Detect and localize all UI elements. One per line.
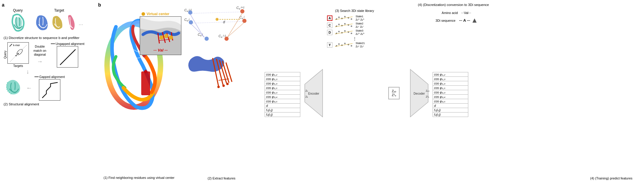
gapped-label: Gapped alignment: [34, 75, 65, 79]
svg-point-90: [344, 43, 346, 44]
svg-point-39: [205, 37, 209, 41]
svg-point-74: [338, 24, 340, 25]
svg-point-80: [336, 33, 337, 34]
svg-line-93: [335, 43, 353, 46]
right-feature-row: f₂(i-j): [433, 112, 468, 117]
state-scatter-1: [334, 22, 354, 29]
state-item-0: AState1Z₀ᴬ Z₁ᴬ: [327, 15, 382, 21]
orange-circle-icon: [141, 12, 145, 16]
step1-label: (1) Discretize structure to sequence b a…: [4, 35, 96, 40]
svg-point-81: [338, 31, 340, 32]
feature-row: cos φ₁,₂: [265, 72, 300, 77]
right-feature-row: d: [433, 104, 468, 108]
arrow-left-1: ←: [26, 85, 32, 91]
step2-label: (2) Structural alignment: [4, 102, 96, 106]
amino-acid-row: Amino acid ···Val···: [397, 10, 516, 16]
feature-row: f₁(i-j): [265, 108, 300, 112]
svg-point-66: [336, 18, 337, 20]
feature-row: d: [265, 104, 300, 108]
svg-point-76: [344, 23, 346, 25]
decoder-area: Decoder Zₐ₀ Z¹ₐ: [406, 0, 433, 186]
state-scatter-2: [334, 29, 354, 36]
svg-text:i-1: i-1: [223, 34, 226, 37]
virtual-center-row: Virtual center: [141, 12, 169, 16]
svg-point-69: [344, 16, 346, 18]
svg-point-38: [189, 20, 193, 24]
training-label: (4) (Training) predict features: [585, 176, 638, 180]
svg-line-58: [227, 79, 229, 79]
kmer-indicator: k-mer: [9, 44, 20, 47]
panel-a-label: a: [2, 2, 4, 8]
svg-point-61: [226, 83, 229, 85]
svg-point-2: [15, 55, 17, 56]
calpha-svg: C α j-1 C α j C α i+1 C α i d C α: [178, 3, 265, 152]
state-letter-2: D: [327, 30, 332, 35]
svg-line-86: [335, 31, 353, 34]
svg-point-87: [336, 45, 337, 47]
val-inset-label: ··· Val ···: [153, 48, 168, 52]
svg-text:C: C: [184, 8, 187, 12]
panel-a: a Query Target: [0, 0, 98, 186]
svg-point-60: [222, 85, 225, 87]
svg-point-44: [216, 18, 219, 21]
feature-row: cos φ₃,₅: [265, 99, 300, 104]
svg-line-45: [190, 14, 204, 37]
svg-text:C: C: [236, 6, 239, 10]
discretization-label: (4) (Discretization) conversion to 3Di s…: [349, 3, 557, 7]
svg-point-88: [338, 43, 340, 45]
virtual-center-label: Virtual center: [147, 12, 169, 16]
state-boxes: AState1Z₀ᴬ Z₁ᴬCState2Z₀ᶜ Z₁ᶜDState3Z₀ᴰ Z…: [327, 15, 382, 48]
state-letter-1: C: [327, 23, 332, 28]
main-container: a Query Target: [0, 0, 644, 186]
state-label-4: State21Z₀ʸ Z₁ʸ: [356, 42, 365, 48]
svg-text:α: α: [221, 36, 222, 38]
svg-point-41: [242, 19, 246, 23]
feature-row: cos φ₁,₄: [265, 81, 300, 86]
svg-text:C: C: [184, 18, 187, 21]
structural-align-protein: [4, 78, 24, 98]
dotplot-1: k-mer: [7, 42, 29, 64]
svg-point-15: [164, 34, 168, 38]
right-feature-table-area: (4) (Discretization) conversion to 3Di s…: [433, 0, 468, 186]
ellipsis: …: [78, 21, 83, 26]
svg-point-83: [344, 30, 346, 32]
svg-text:α: α: [200, 34, 202, 37]
state-library-area: (3) Search 3Di state library AState1Z₀ᴬ …: [327, 0, 382, 186]
calpha-area: C α j-1 C α j C α i+1 C α i d C α: [178, 0, 265, 186]
feature-table: cos φ₁,₂cos φ₁,₃cos φ₁,₄cos φ₁,₅cos φ₂,₃…: [265, 72, 300, 117]
svg-line-57: [223, 79, 227, 80]
query-structure: Query: [9, 8, 27, 33]
protein-structure-area: ··· Val ··· Virtual center (1) Find neig…: [98, 0, 181, 186]
output-z-box: Zₐ₀ Z¹ₐ: [388, 87, 400, 99]
arrow-up-icon: [472, 18, 477, 23]
dotplot-gapped-svg: [39, 79, 61, 101]
svg-text:α: α: [187, 10, 188, 12]
amino-3di-labels: Amino acid ···Val··· 3Di sequence ··· A …: [397, 10, 516, 24]
feature-row: cos φ₂,₃: [265, 90, 300, 95]
query-protein-svg: [9, 14, 27, 33]
right-feature-row: cos φ₃,₅: [433, 99, 468, 104]
state-label-2: State3Z₀ᴰ Z₁ᴰ: [356, 29, 365, 36]
svg-point-40: [240, 9, 244, 13]
dotplot-ungapped-svg: [57, 46, 78, 68]
right-feature-row: cos φ₁,₄: [433, 81, 468, 86]
svg-point-71: [351, 18, 352, 20]
decoder-svg: Decoder Zₐ₀ Z¹ₐ: [407, 63, 431, 123]
svg-text:Encoder: Encoder: [308, 92, 319, 95]
svg-text:Z₀: Z₀: [305, 89, 308, 92]
feature-row: cos φ₁,₃: [265, 77, 300, 81]
svg-point-42: [224, 37, 229, 41]
svg-point-3: [18, 53, 19, 54]
target-protein-blue: [35, 14, 49, 33]
right-feature-row: cos φ₁,₃: [433, 77, 468, 81]
svg-point-85: [351, 33, 352, 34]
svg-line-79: [335, 24, 353, 27]
feature-table-area: cos φ₁,₂cos φ₁,₃cos φ₁,₄cos φ₁,₅cos φ₂,₃…: [265, 0, 300, 186]
output-z-area: Zₐ₀ Z¹ₐ: [382, 0, 406, 186]
target-protein-gold: [51, 14, 64, 33]
state-scatter-0: [334, 15, 354, 21]
state-item-4: YState21Z₀ʸ Z₁ʸ: [327, 42, 382, 48]
arrow-right-1: →: [37, 58, 43, 65]
svg-text:Z¹ₐ: Z¹ₐ: [426, 95, 430, 98]
svg-point-14: [159, 35, 164, 40]
